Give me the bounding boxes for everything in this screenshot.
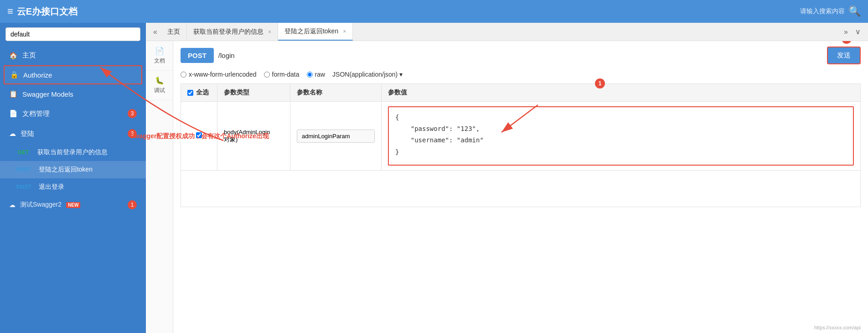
post-badge-2: POST xyxy=(14,183,34,191)
sidebar: default 🏠 主页 🔒 Authorize 📋 Swagger Model… xyxy=(0,23,146,333)
new-badge: NEW xyxy=(66,202,80,208)
cloud-icon-2: ☁ xyxy=(9,201,16,208)
header-logo: ≡ 云E办接口文档 xyxy=(7,5,800,18)
authorize-label: Authorize xyxy=(23,71,52,79)
search-icon[interactable]: 🔍 xyxy=(848,5,861,17)
params-table: 全选 参数类型 参数名称 参数值 xyxy=(181,83,861,207)
format-raw-label: raw xyxy=(315,71,326,78)
th-select-all: 全选 xyxy=(181,84,217,102)
api-item-post-login[interactable]: POST 登陆之后返回token xyxy=(0,161,146,178)
cloud-icon: ☁ xyxy=(9,130,16,138)
sidebar-item-login-group[interactable]: ☁ 登陆 3 xyxy=(0,124,146,144)
format-urlencoded-label: x-www-form-urlencoded xyxy=(189,71,257,78)
sidebar-item-test-swagger2[interactable]: ☁ 测试Swagger2 NEW 1 xyxy=(0,196,146,214)
api-post-login-label: 登陆之后返回token xyxy=(39,166,93,174)
param-name-value: adminLoginParam xyxy=(297,130,375,143)
param-value-box: { "password": "123", "username": "admin"… xyxy=(388,106,854,166)
select-all-checkbox[interactable] xyxy=(187,90,193,96)
sidebar-nav: 🏠 主页 🔒 Authorize 📋 Swagger Models 📄 文档管理… xyxy=(0,46,146,214)
th-param-name: 参数名称 xyxy=(290,84,382,102)
td-param-type: body(AdminLogin对象) xyxy=(217,102,290,171)
doc-nav-icon: 📄 xyxy=(155,47,164,55)
project-select[interactable]: default xyxy=(5,27,140,41)
td-param-value: { "password": "123", "username": "admin"… xyxy=(382,102,861,171)
side-nav-debug[interactable]: 🐛 调试 xyxy=(146,71,173,100)
api-item-get-user[interactable]: GET 获取当前登录用户的信息 xyxy=(0,144,146,161)
home-icon: 🏠 xyxy=(9,52,18,60)
format-row: x-www-form-urlencoded form-data raw JSON… xyxy=(181,71,861,78)
doc-manage-badge: 3 xyxy=(128,109,137,118)
debug-nav-label: 调试 xyxy=(154,87,165,94)
tab-home-label: 主页 xyxy=(167,28,180,36)
td-empty xyxy=(181,171,861,207)
method-button[interactable]: POST xyxy=(181,48,214,63)
login-group-badge: 3 xyxy=(128,129,137,138)
format-formdata[interactable]: form-data xyxy=(264,71,300,78)
main-panel: POST /login 2 发送 x-www-form-urlencoded xyxy=(173,41,868,333)
side-nav-doc[interactable]: 📄 文档 xyxy=(146,41,173,71)
tab-login-token-close[interactable]: × xyxy=(343,28,346,35)
main-layout: default 🏠 主页 🔒 Authorize 📋 Swagger Model… xyxy=(0,23,868,333)
radio-formdata[interactable] xyxy=(264,72,270,78)
search-placeholder-text: 请输入搜索内容 xyxy=(800,7,845,16)
radio-raw[interactable] xyxy=(307,72,313,78)
table-row: body(AdminLogin对象) adminLoginParam { "pa… xyxy=(181,102,861,171)
swagger-icon: 📋 xyxy=(9,90,18,98)
tab-login-token[interactable]: 登陆之后返回token × xyxy=(278,23,353,41)
th-param-type: 参数类型 xyxy=(217,84,290,102)
side-nav: 📄 文档 🐛 调试 xyxy=(146,41,173,333)
tab-home[interactable]: 主页 xyxy=(161,23,187,41)
doc-manage-label: 文档管理 xyxy=(22,109,50,118)
get-badge: GET xyxy=(14,148,33,156)
th-select-all-label: 全选 xyxy=(196,88,209,97)
th-param-value: 参数值 1 xyxy=(382,84,861,102)
doc-icon: 📄 xyxy=(9,109,18,118)
content-area: 📄 文档 🐛 调试 POST /login 2 发送 xyxy=(146,41,868,333)
post-badge-1: POST xyxy=(14,166,34,174)
format-formdata-label: form-data xyxy=(272,71,300,78)
sidebar-item-home[interactable]: 🏠 主页 xyxy=(0,46,146,65)
sidebar-select-wrap: default xyxy=(0,23,146,46)
tabs-down-btn[interactable]: ∨ xyxy=(852,27,864,36)
header-search: 请输入搜索内容 🔍 xyxy=(800,5,861,17)
sidebar-item-swagger-models[interactable]: 📋 Swagger Models xyxy=(0,84,146,104)
param-value-pre: { "password": "123", "username": "admin"… xyxy=(395,112,847,158)
json-type-label: JSON(application/json) xyxy=(332,71,398,78)
format-urlencoded[interactable]: x-www-form-urlencoded xyxy=(181,71,257,78)
api-post-logout-label: 退出登录 xyxy=(39,183,64,191)
sidebar-item-doc-manage[interactable]: 📄 文档管理 3 xyxy=(0,104,146,124)
sidebar-item-authorize[interactable]: 🔒 Authorize xyxy=(4,65,142,84)
send-button[interactable]: 发送 xyxy=(827,47,861,64)
lock-icon: 🔒 xyxy=(10,71,19,79)
annotation-circle-2: 2 xyxy=(842,41,852,44)
logo-icon: ≡ xyxy=(7,5,13,17)
api-item-post-logout[interactable]: POST 退出登录 xyxy=(0,178,146,196)
row-checkbox[interactable] xyxy=(196,132,202,138)
annotation-circle-1: 1 xyxy=(595,78,605,88)
send-btn-wrap: 2 发送 xyxy=(827,47,861,64)
table-row-empty xyxy=(181,171,861,207)
sidebar-home-label: 主页 xyxy=(22,51,36,60)
api-group: GET 获取当前登录用户的信息 POST 登陆之后返回token POST 退出… xyxy=(0,144,146,196)
endpoint-url: /login xyxy=(218,52,822,59)
tab-user-info[interactable]: 获取当前登录用户的信息 × xyxy=(187,23,278,41)
api-get-label: 获取当前登录用户的信息 xyxy=(37,148,108,156)
th-param-name-label: 参数名称 xyxy=(297,88,322,96)
debug-nav-icon: 🐛 xyxy=(155,76,164,85)
format-raw[interactable]: raw xyxy=(307,71,326,78)
tab-user-info-close[interactable]: × xyxy=(268,29,271,35)
test-swagger2-label: 测试Swagger2 xyxy=(20,201,62,209)
endpoint-row: POST /login 2 发送 xyxy=(181,47,861,64)
radio-urlencoded[interactable] xyxy=(181,72,186,78)
tabs-expand-btn[interactable]: » xyxy=(840,28,852,36)
header: ≡ 云E办接口文档 请输入搜索内容 🔍 xyxy=(0,0,868,23)
tabs-bar: « 主页 获取当前登录用户的信息 × 登陆之后返回token × » ∨ xyxy=(146,23,868,41)
dropdown-icon: ▾ xyxy=(399,71,403,78)
tabs-collapse-btn[interactable]: « xyxy=(150,28,161,36)
tab-login-token-label: 登陆之后返回token xyxy=(284,27,338,36)
json-type-select[interactable]: JSON(application/json) ▾ xyxy=(332,71,403,78)
sidebar-sub-group: ☁ 测试Swagger2 NEW 1 xyxy=(0,196,146,214)
tab-user-info-label: 获取当前登录用户的信息 xyxy=(193,28,264,36)
td-param-name: adminLoginParam xyxy=(290,102,382,171)
footer-url: https://xxxxx.com/api xyxy=(814,325,861,330)
